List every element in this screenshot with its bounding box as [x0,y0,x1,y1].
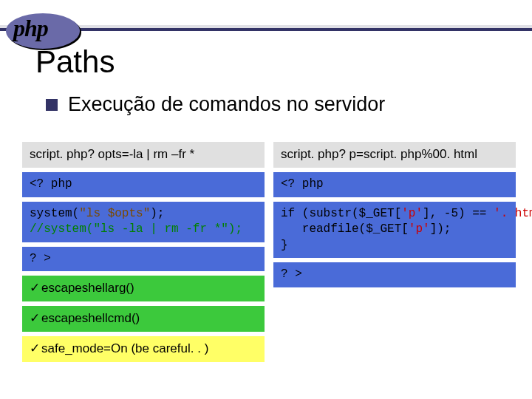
left-column: script. php? opts=-la | rm –fr * <? php … [22,142,265,366]
left-code-open: <? php [22,172,265,197]
left-code-body: system("ls $opts"); //system("ls -la | r… [22,202,265,242]
left-code-close: ? > [22,247,265,272]
fix-escapeshellcmd: ✓escapeshellcmd() [22,306,265,332]
check-icon: ✓ [30,341,40,355]
right-code-close: ? > [273,262,516,287]
right-code-open: <? php [273,172,516,197]
php-logo: php [6,4,95,44]
left-url-box: script. php? opts=-la | rm –fr * [22,142,265,168]
fix-safemode: ✓safe_mode=On (be careful. . ) [22,336,265,362]
slide-subtitle: Execução de comandos no servidor [68,93,385,116]
right-code-body: if (substr($_GET['p'], -5) == '. html') … [273,202,516,259]
right-url-box: script. php? p=script. php%00. html [273,142,516,168]
fix-escapeshellarg: ✓escapeshellarg() [22,276,265,301]
bullet-row: Execução de comandos no servidor [46,93,385,116]
check-icon: ✓ [30,281,40,295]
bullet-icon [46,99,58,111]
php-logo-text: php [13,15,48,42]
slide-title: Paths [35,44,115,80]
right-column: script. php? p=script. php%00. html <? p… [273,142,516,366]
check-icon: ✓ [30,311,40,325]
